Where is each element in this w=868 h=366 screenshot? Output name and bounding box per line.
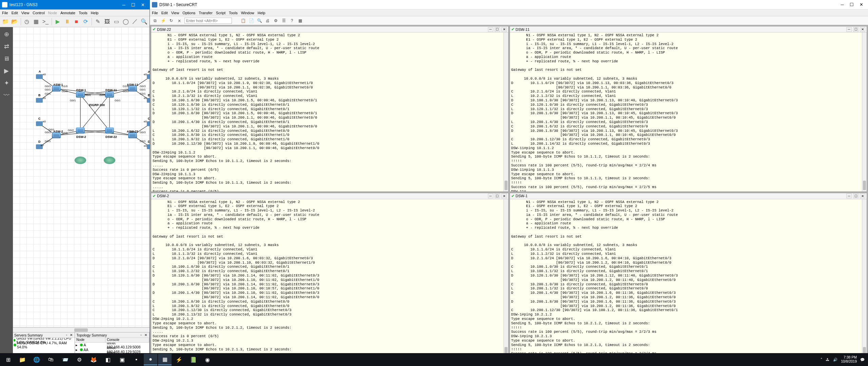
end-devices-icon[interactable]: 🖥 [1, 53, 12, 64]
pane-close-icon[interactable]: ✕ [860, 27, 865, 32]
panel-close-icon[interactable]: ✕ [144, 333, 148, 337]
pane-tab[interactable]: ✔DSW-22─☐✕ [151, 26, 508, 33]
pane-max-icon[interactable]: ☐ [853, 27, 859, 32]
line-icon[interactable]: ／ [131, 17, 139, 26]
tb-explorer-icon[interactable]: 📁 [16, 354, 29, 365]
routers-icon[interactable]: ⊕ [1, 28, 12, 40]
find-icon[interactable]: 🔍 [256, 18, 262, 24]
server-row[interactable]: HUGO-CORE CPU 4.7%, RAM 54.0% [13, 343, 75, 347]
router-node[interactable] [76, 127, 85, 134]
menu-annotate[interactable]: Annotate [60, 11, 75, 15]
menu-tools[interactable]: Tools [79, 11, 87, 15]
terminal-output[interactable]: N1 - OSPF NSSA external type 1, N2 - OSP… [151, 199, 508, 358]
close-button[interactable]: ✕ [138, 1, 147, 8]
minimize-button[interactable]: ─ [837, 1, 847, 8]
menu-file[interactable]: File [2, 11, 8, 15]
pane-tab[interactable]: ✔DSW-1─☐✕ [510, 193, 867, 199]
options-icon[interactable]: ⚙ [273, 18, 279, 24]
pane-min-icon[interactable]: ─ [488, 194, 493, 198]
pane-close-icon[interactable]: ✕ [501, 194, 507, 198]
menu-tools[interactable]: Tools [229, 11, 238, 15]
menu-help[interactable]: Help [258, 11, 265, 15]
tb-edge-icon[interactable]: 🌐 [30, 354, 43, 365]
menu-view[interactable]: View [171, 11, 179, 15]
topology-canvas[interactable]: AAAASW-1ASW-11DSW-1DSW-11BBBEIGRP-100CCC… [13, 27, 150, 327]
panel-undock-icon[interactable]: ▫ [139, 333, 143, 337]
pause-all-icon[interactable]: ⏸ [63, 17, 71, 26]
panel-close-icon[interactable]: ✕ [69, 333, 73, 337]
pane-min-icon[interactable]: ─ [846, 27, 852, 32]
menu-file[interactable]: File [152, 11, 158, 15]
annotate-icon[interactable]: ✎ [94, 17, 102, 26]
minimize-button[interactable]: ─ [119, 1, 129, 8]
copy-icon[interactable]: 📋 [240, 18, 246, 24]
scrt-titlebar[interactable]: DSW-1 - SecureCRT ─ ☐ ✕ [150, 0, 868, 9]
cloud-node[interactable] [104, 157, 115, 164]
pane-max-icon[interactable]: ☐ [853, 194, 859, 198]
panel-undock-icon[interactable]: ▫ [64, 333, 68, 337]
quick-connect-icon[interactable]: ⚡ [160, 18, 166, 24]
help-icon[interactable]: ? [289, 18, 295, 24]
router-node[interactable] [76, 92, 85, 98]
pane-min-icon[interactable]: ─ [488, 27, 493, 32]
terminal-scrollbar[interactable] [504, 199, 508, 358]
menu-script[interactable]: Script [216, 11, 225, 15]
terminal-scrollbar[interactable] [862, 33, 867, 191]
tb-settings-icon[interactable]: ⚙ [73, 354, 86, 365]
tb-terminal-icon[interactable]: ▪ [130, 354, 143, 365]
new-project-icon[interactable]: 📂 [11, 17, 18, 26]
zoom-icon[interactable]: 🔍 [140, 17, 148, 26]
menu-edit[interactable]: Edit [161, 11, 168, 15]
pc-node[interactable] [147, 74, 150, 79]
cloud-node[interactable] [75, 157, 86, 164]
link[interactable] [110, 95, 110, 131]
tray-clock[interactable]: 7:38 PM 10/8/2019 [841, 355, 857, 363]
menu-window[interactable]: Window [241, 11, 254, 15]
tray-notifications-icon[interactable]: 💬 [860, 358, 865, 362]
all-devices-icon[interactable]: ✦ [1, 77, 12, 89]
tray-chevron-icon[interactable]: ˄ [821, 358, 823, 362]
pc-node[interactable] [36, 121, 43, 126]
tray-volume-icon[interactable]: 🔊 [833, 358, 837, 362]
menu-transfer[interactable]: Transfer [199, 11, 213, 15]
menu-control[interactable]: Control [33, 11, 44, 15]
about-icon[interactable]: ▦ [297, 18, 303, 24]
pc-node[interactable] [147, 98, 150, 103]
terminal-output[interactable]: N1 - OSPF NSSA external type 1, N2 - OSP… [151, 33, 508, 191]
session-options-icon[interactable]: ☰ [281, 18, 287, 24]
tray-network-icon[interactable]: 🖧 [826, 358, 830, 362]
fit-icon[interactable]: ▦ [32, 17, 40, 26]
reload-all-icon[interactable]: ⟳ [82, 17, 90, 26]
gns3-titlebar[interactable]: test123 - GNS3 ─ ☐ ✕ [0, 0, 150, 9]
image-icon[interactable]: 🖼 [103, 17, 111, 26]
pane-close-icon[interactable]: ✕ [501, 27, 507, 32]
tb-app4-icon[interactable]: 📗 [186, 354, 200, 365]
rect-icon[interactable]: ▭ [113, 17, 120, 26]
terminal-output[interactable]: N1 - OSPF NSSA external type 1, N2 - OSP… [510, 33, 867, 191]
pane-max-icon[interactable]: ☐ [495, 27, 500, 32]
terminal-output[interactable]: N1 - OSPF NSSA external type 1, N2 - OSP… [510, 199, 867, 358]
maximize-button[interactable]: ☐ [847, 1, 856, 8]
terminal-scrollbar[interactable] [862, 199, 867, 358]
tb-gns3-icon[interactable]: ● [144, 354, 157, 365]
tb-firefox-icon[interactable]: 🦊 [87, 354, 100, 365]
link[interactable] [80, 95, 81, 131]
system-tray[interactable]: ˄ 🖧 🔊 7:38 PM 10/8/2019 💬 [821, 355, 867, 363]
maximize-button[interactable]: ☐ [129, 1, 138, 8]
ellipse-icon[interactable]: ◯ [122, 17, 130, 26]
open-project-icon[interactable]: 📁 [1, 17, 9, 26]
tb-app1-icon[interactable]: ◧ [101, 354, 115, 365]
menu-edit[interactable]: Edit [12, 11, 18, 15]
stop-all-icon[interactable]: ■ [72, 17, 80, 26]
disconnect-icon[interactable]: ⨯ [176, 18, 182, 24]
canvas-scrollbar[interactable] [13, 327, 150, 332]
router-node[interactable] [105, 92, 114, 98]
tb-store-icon[interactable]: 🛍 [44, 354, 58, 365]
switches-icon[interactable]: ⇄ [1, 41, 12, 52]
menu-view[interactable]: View [21, 11, 29, 15]
pane-min-icon[interactable]: ─ [846, 194, 852, 198]
security-icon[interactable]: ▶ [1, 65, 12, 77]
pc-node[interactable] [36, 98, 43, 103]
paste-icon[interactable]: 📄 [248, 18, 254, 24]
pane-max-icon[interactable]: ☐ [495, 194, 500, 198]
